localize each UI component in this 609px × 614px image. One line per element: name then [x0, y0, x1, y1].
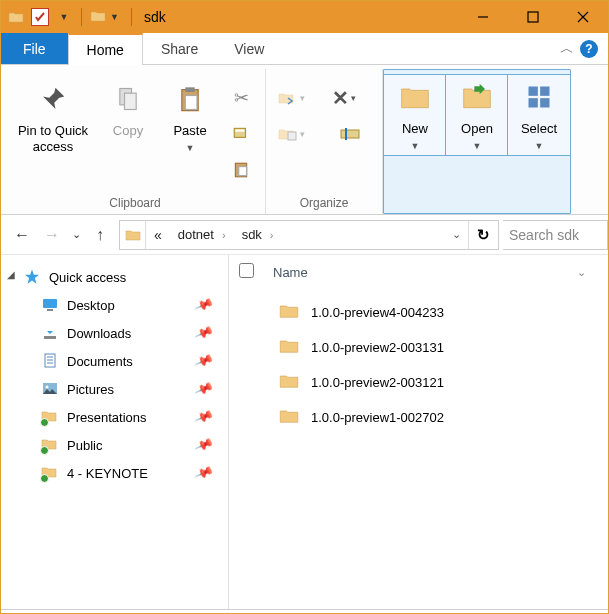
chevron-down-icon[interactable]: ▼ — [55, 8, 73, 26]
nav-label: Quick access — [49, 270, 126, 285]
column-name[interactable]: Name — [273, 265, 577, 280]
tab-home[interactable]: Home — [68, 33, 143, 65]
up-button[interactable]: ↑ — [85, 220, 115, 250]
group-clipboard: Pin to Quick access Copy Paste ▼ ✂ — [5, 69, 266, 214]
address-dropdown[interactable]: ⌄ — [444, 228, 468, 241]
nav-item[interactable]: Documents📌 — [1, 347, 228, 375]
quick-access-toolbar: ▼ — [7, 8, 73, 26]
chevron-down-icon: ▼ — [473, 141, 482, 151]
nav-item[interactable]: Desktop📌 — [1, 291, 228, 319]
new-button[interactable]: New ▼ — [383, 74, 447, 156]
pin-quick-access-button[interactable]: Pin to Quick access — [9, 77, 97, 160]
copy-to-button[interactable]: ▾ — [274, 121, 320, 147]
file-list-pane[interactable]: Name ⌄ 1.0.0-preview4-0042331.0.0-previe… — [229, 255, 608, 609]
copy-button[interactable]: Copy — [97, 77, 159, 143]
nav-item[interactable]: Pictures📌 — [1, 375, 228, 403]
pictures-icon — [41, 380, 59, 398]
folder-icon — [279, 371, 299, 394]
pin-icon: 📌 — [194, 434, 222, 456]
maximize-button[interactable] — [508, 1, 558, 33]
chevron-right-icon: › — [222, 229, 226, 241]
list-item[interactable]: 1.0.0-preview1-002702 — [229, 400, 608, 435]
list-item[interactable]: 1.0.0-preview4-004233 — [229, 295, 608, 330]
nav-item-label: Desktop — [67, 298, 115, 313]
pin-icon: 📌 — [194, 322, 222, 344]
cut-button[interactable]: ✂ — [225, 85, 257, 111]
svg-rect-3 — [125, 93, 137, 109]
pin-icon: 📌 — [194, 406, 222, 428]
nav-item[interactable]: Public📌 — [1, 431, 228, 459]
file-name: 1.0.0-preview1-002702 — [311, 410, 444, 425]
body: ◢ Quick access Desktop📌Downloads📌Documen… — [1, 255, 608, 609]
svg-rect-1 — [528, 12, 538, 22]
breadcrumb-current[interactable]: sdk› — [234, 227, 282, 242]
titlebar: ▼ ▼ sdk — [1, 1, 608, 33]
tab-view[interactable]: View — [216, 33, 282, 64]
copy-path-button[interactable] — [225, 121, 257, 147]
quick-access-header[interactable]: Quick access — [1, 263, 228, 291]
folder-icon — [279, 301, 299, 324]
ribbon-collapse[interactable]: ︿ ? — [550, 33, 608, 64]
forward-button[interactable]: → — [37, 220, 67, 250]
paste-button[interactable]: Paste ▼ — [159, 77, 221, 157]
svg-rect-19 — [47, 309, 53, 311]
history-dropdown[interactable]: ⌄ — [67, 220, 85, 250]
copy-to-icon — [278, 126, 298, 142]
paste-shortcut-button[interactable] — [225, 157, 257, 183]
nav-item-label: Documents — [67, 354, 133, 369]
tab-file[interactable]: File — [1, 33, 68, 64]
breadcrumb-parent[interactable]: dotnet› — [170, 227, 234, 242]
svg-rect-12 — [341, 130, 359, 138]
expand-icon[interactable]: ◢ — [7, 269, 15, 280]
list-item[interactable]: 1.0.0-preview2-003121 — [229, 365, 608, 400]
column-menu-icon[interactable]: ⌄ — [577, 266, 586, 279]
svg-rect-17 — [540, 98, 549, 107]
help-icon[interactable]: ? — [580, 40, 598, 58]
pin-icon — [35, 81, 71, 117]
nav-item-label: Downloads — [67, 326, 131, 341]
nav-item[interactable]: Downloads📌 — [1, 319, 228, 347]
nav-item[interactable]: Presentations📌 — [1, 403, 228, 431]
open-button[interactable]: Open ▼ — [445, 74, 509, 156]
chevron-right-icon: › — [270, 229, 274, 241]
properties-icon[interactable] — [31, 8, 49, 26]
refresh-button[interactable]: ↻ — [468, 221, 498, 249]
group-label — [384, 191, 570, 213]
sync-folder-icon — [41, 464, 59, 482]
folder-icon[interactable] — [7, 8, 25, 26]
ribbon: Pin to Quick access Copy Paste ▼ ✂ — [1, 65, 608, 215]
minimize-button[interactable] — [458, 1, 508, 33]
breadcrumb-ellipsis[interactable]: « — [146, 227, 170, 243]
column-header-row: Name ⌄ — [229, 255, 608, 289]
back-button[interactable]: ← — [7, 220, 37, 250]
group-label: Clipboard — [9, 192, 261, 214]
svg-rect-6 — [185, 96, 197, 110]
rename-button[interactable] — [335, 121, 367, 147]
folder-icon — [90, 8, 106, 27]
tab-share[interactable]: Share — [143, 33, 216, 64]
copy-path-icon — [232, 125, 250, 143]
nav-item-label: Public — [67, 438, 102, 453]
pin-icon: 📌 — [194, 350, 222, 372]
navigation-pane[interactable]: ◢ Quick access Desktop📌Downloads📌Documen… — [1, 255, 229, 609]
svg-rect-18 — [43, 299, 57, 308]
address-bar[interactable]: « dotnet› sdk› ⌄ ↻ — [119, 220, 499, 250]
clipboard-icon — [232, 161, 250, 179]
select-button[interactable]: Select ▼ — [507, 74, 571, 156]
svg-rect-15 — [540, 87, 549, 96]
file-name: 1.0.0-preview2-003121 — [311, 375, 444, 390]
delete-button[interactable]: ✕▾ — [328, 85, 374, 111]
nav-item[interactable]: 4 - KEYNOTE 📌 — [1, 459, 228, 487]
select-all-checkbox[interactable] — [239, 263, 254, 278]
search-input[interactable]: Search sdk — [503, 220, 608, 250]
list-item[interactable]: 1.0.0-preview2-003131 — [229, 330, 608, 365]
rename-icon — [339, 126, 363, 142]
chevron-down-icon[interactable]: ▼ — [110, 12, 119, 22]
svg-rect-11 — [288, 132, 296, 140]
close-button[interactable] — [558, 1, 608, 33]
move-to-button[interactable]: ▾ — [274, 85, 320, 111]
sync-folder-icon — [41, 436, 59, 454]
star-icon — [23, 268, 41, 286]
select-icon — [521, 79, 557, 115]
new-folder-icon — [397, 79, 433, 115]
